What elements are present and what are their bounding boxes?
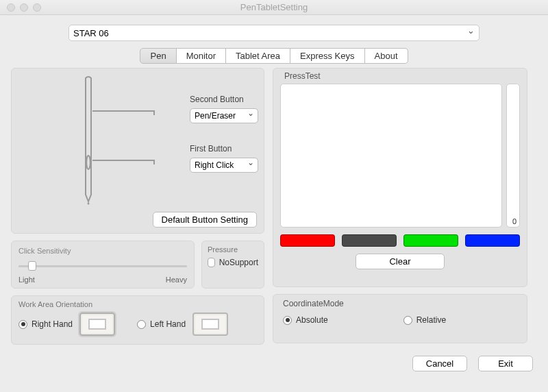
device-select[interactable]: STAR 06 (68, 25, 480, 41)
orientation-panel: Work Area Orientation Right Hand Left Ha… (11, 295, 264, 345)
right-hand-tablet-icon[interactable] (79, 313, 115, 336)
absolute-label: Absolute (296, 315, 328, 325)
nosupport-checkbox[interactable] (208, 258, 215, 267)
device-select-wrap: STAR 06 (68, 25, 480, 41)
orientation-title: Work Area Orientation (18, 300, 257, 308)
color-swatch-green[interactable] (403, 234, 458, 247)
left-hand-tablet-icon[interactable] (192, 313, 228, 336)
coordinate-mode-panel: CoordinateMode Absolute Relative (273, 294, 527, 343)
default-button-setting-button[interactable]: Default Button Setting (153, 212, 257, 228)
first-button-label: First Button (190, 144, 258, 154)
coordinate-mode-title: CoordinateMode (283, 299, 517, 308)
tab-bar: Pen Monitor Tablet Area Express Keys Abo… (11, 48, 537, 64)
right-hand-radio[interactable] (18, 320, 27, 329)
second-button-select[interactable]: Pen/Eraser (190, 108, 258, 123)
tab-pen[interactable]: Pen (140, 48, 176, 64)
tab-tablet-area[interactable]: Tablet Area (226, 48, 290, 64)
exit-button[interactable]: Exit (478, 356, 533, 371)
press-test-title: PressTest (284, 71, 520, 81)
pen-illustration-icon (17, 73, 175, 217)
click-sensitivity-title: Click Sensitivity (18, 247, 187, 255)
press-test-value: 0 (512, 217, 516, 225)
footer: Cancel Exit (11, 356, 537, 371)
titlebar: PenTabletSetting (0, 0, 548, 15)
color-swatch-blue[interactable] (465, 234, 520, 247)
cancel-button[interactable]: Cancel (412, 356, 467, 371)
press-test-panel: PressTest 0 Clear (273, 68, 527, 287)
right-hand-label: Right Hand (32, 319, 73, 329)
clear-button[interactable]: Clear (356, 254, 445, 269)
svg-point-2 (88, 203, 90, 205)
color-swatch-red[interactable] (280, 234, 335, 247)
first-button-select[interactable]: Right Click (190, 158, 258, 173)
pressure-panel: Pressure NoSupport (201, 241, 264, 289)
absolute-radio[interactable] (283, 316, 292, 325)
window-title: PenTabletSetting (0, 2, 548, 12)
slider-label-heavy: Heavy (166, 275, 187, 284)
svg-point-1 (86, 156, 90, 169)
slider-thumb-icon[interactable] (28, 261, 36, 271)
left-hand-label: Left Hand (150, 319, 186, 329)
press-test-gauge: 0 (506, 84, 520, 228)
tab-monitor[interactable]: Monitor (177, 48, 226, 64)
relative-label: Relative (416, 315, 446, 325)
click-sensitivity-slider[interactable] (18, 259, 187, 274)
second-button-label: Second Button (190, 95, 258, 104)
pressure-title: Pressure (208, 245, 258, 254)
relative-radio[interactable] (403, 316, 412, 325)
pen-settings-panel: Second Button Pen/Eraser First Button Ri… (11, 68, 264, 234)
left-hand-radio[interactable] (137, 320, 146, 329)
nosupport-label: NoSupport (219, 258, 258, 267)
tab-express-keys[interactable]: Express Keys (290, 48, 364, 64)
color-swatch-dark[interactable] (342, 234, 397, 247)
click-sensitivity-panel: Click Sensitivity Light Heavy (11, 241, 195, 289)
slider-label-light: Light (18, 275, 35, 284)
tab-about[interactable]: About (365, 48, 408, 64)
press-test-canvas[interactable] (280, 84, 502, 228)
